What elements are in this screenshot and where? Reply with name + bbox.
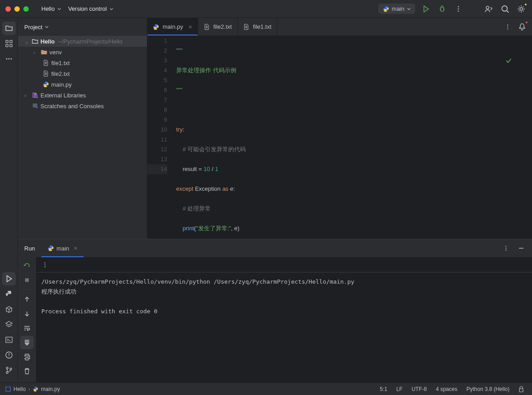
expand-icon[interactable]: ⌄ xyxy=(24,38,30,45)
play-icon xyxy=(5,275,13,283)
up-icon xyxy=(24,296,30,303)
code-editor[interactable]: 1234567891011121314 """ 异常处理操作 代码示例 """ … xyxy=(147,36,532,239)
svg-point-19 xyxy=(507,24,508,25)
bug-icon xyxy=(438,5,446,13)
line-separator[interactable]: LF xyxy=(394,386,405,392)
tab-file2[interactable]: file2.txt xyxy=(198,18,238,35)
python-icon xyxy=(5,290,13,298)
print-button[interactable] xyxy=(20,350,34,364)
terminal-tool[interactable] xyxy=(2,333,16,347)
run-tool-button[interactable] xyxy=(2,272,16,285)
kebab-icon xyxy=(503,245,509,251)
svg-point-2 xyxy=(458,10,459,12)
scroll-down[interactable] xyxy=(20,307,34,320)
down-icon xyxy=(24,311,30,317)
more-actions[interactable] xyxy=(453,4,464,14)
module-icon xyxy=(5,386,11,392)
minimize-window[interactable] xyxy=(14,6,20,12)
item-label: External Libraries xyxy=(40,92,86,99)
project-dropdown[interactable]: Hello xyxy=(38,4,65,14)
code-content[interactable]: """ 异常处理操作 代码示例 """ try: # 可能会引发异常的代码 re… xyxy=(173,36,532,239)
svg-rect-25 xyxy=(25,278,29,282)
breadcrumb-file: main.py xyxy=(41,386,60,392)
clear-all[interactable] xyxy=(20,364,34,378)
stop-icon xyxy=(24,277,30,283)
packages-tool[interactable] xyxy=(2,303,16,316)
tabs-menu[interactable] xyxy=(502,22,513,32)
scroll-to-end[interactable] xyxy=(20,336,34,349)
structure-tool-button[interactable] xyxy=(2,37,16,50)
expand-icon[interactable]: › xyxy=(24,92,30,99)
warning-icon xyxy=(5,351,13,359)
editor-tabs: main.py × file2.txt file1.txt xyxy=(147,18,532,36)
expand-icon[interactable]: › xyxy=(33,49,39,56)
rerun-button[interactable] xyxy=(20,259,34,272)
settings-button[interactable] xyxy=(516,4,527,14)
close-icon[interactable]: × xyxy=(74,245,77,252)
svg-point-26 xyxy=(44,262,45,263)
code-with-me[interactable] xyxy=(483,4,494,14)
python-console-tool[interactable] xyxy=(2,287,16,301)
run-config-name: main xyxy=(392,5,404,12)
stop-button[interactable] xyxy=(20,273,34,287)
svg-point-11 xyxy=(8,58,9,60)
more-tool-windows[interactable] xyxy=(2,52,16,66)
maximize-window[interactable] xyxy=(23,6,29,12)
read-only-toggle[interactable] xyxy=(516,384,527,395)
status-bar: Hello › main.py 5:1 LF UTF-8 4 spaces Py… xyxy=(0,382,532,395)
item-label: file1.txt xyxy=(51,60,70,66)
svg-point-15 xyxy=(6,367,8,369)
trash-icon xyxy=(23,368,31,375)
close-icon[interactable]: × xyxy=(189,23,192,31)
hide-panel[interactable] xyxy=(516,243,527,254)
run-toolbar-top xyxy=(36,257,532,272)
interpreter[interactable]: Python 3.8 (Hello) xyxy=(464,386,512,392)
vcs-dropdown[interactable]: Version control xyxy=(65,4,117,14)
tab-main[interactable]: main.py × xyxy=(147,18,198,35)
project-tool-button[interactable] xyxy=(2,22,16,35)
run-button[interactable] xyxy=(421,4,431,14)
minimize-icon xyxy=(518,245,524,251)
toolbar-more[interactable] xyxy=(40,259,50,270)
library-icon xyxy=(31,92,39,99)
tree-item-ext-libs[interactable]: › External Libraries xyxy=(18,90,147,101)
inspection-ok-icon[interactable] xyxy=(505,38,528,83)
tab-label: main.py xyxy=(163,23,183,30)
svg-point-16 xyxy=(6,372,8,373)
folder-icon xyxy=(40,48,48,56)
problems-tool[interactable] xyxy=(2,348,16,362)
debug-button[interactable] xyxy=(437,4,448,14)
tree-item-main[interactable]: main.py xyxy=(18,79,147,90)
indent-setting[interactable]: 4 spaces xyxy=(433,386,460,392)
notifications[interactable] xyxy=(517,22,528,32)
services-tool[interactable] xyxy=(2,318,16,331)
breadcrumb[interactable]: Hello › main.py xyxy=(5,386,60,392)
tab-file1[interactable]: file1.txt xyxy=(238,18,277,35)
close-window[interactable] xyxy=(5,6,11,12)
kebab-icon xyxy=(505,24,511,30)
tree-item-file2[interactable]: file2.txt xyxy=(18,68,147,79)
chevron-down-icon xyxy=(407,7,411,11)
tree-item-file1[interactable]: file1.txt xyxy=(18,57,147,68)
python-icon xyxy=(383,6,389,12)
run-tab-label: main xyxy=(57,245,69,252)
vcs-tool[interactable] xyxy=(2,364,16,377)
run-panel-menu[interactable] xyxy=(501,243,511,254)
run-config-selector[interactable]: main xyxy=(378,4,415,14)
run-tab[interactable]: main × xyxy=(41,239,84,257)
chevron-down-icon xyxy=(58,7,61,11)
caret-position[interactable]: 5:1 xyxy=(377,386,390,392)
file-encoding[interactable]: UTF-8 xyxy=(409,386,430,392)
scroll-up[interactable] xyxy=(20,293,34,306)
svg-rect-8 xyxy=(6,44,8,47)
tree-item-scratches[interactable]: Scratches and Consoles xyxy=(18,101,147,111)
tree-item-venv[interactable]: › venv xyxy=(18,47,147,57)
soft-wrap[interactable] xyxy=(20,321,34,335)
svg-point-22 xyxy=(505,246,506,247)
python-icon xyxy=(153,24,159,30)
tree-root[interactable]: ⌄ Hello ~/PycharmProjects/Hello xyxy=(18,36,147,47)
search-everywhere[interactable] xyxy=(500,4,510,14)
project-panel: Project ⌄ Hello ~/PycharmProjects/Hello … xyxy=(18,18,147,239)
console-output[interactable]: /Users/zyq/PycharmProjects/Hello/venv/bi… xyxy=(36,272,532,382)
project-panel-header[interactable]: Project xyxy=(18,18,147,36)
